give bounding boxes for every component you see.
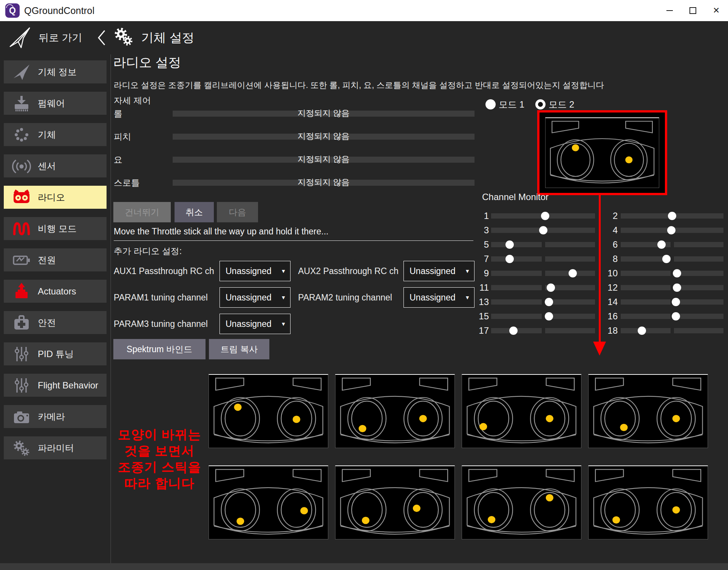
close-button[interactable]: ✕ — [705, 0, 728, 21]
attitude-row-2: 요지정되지 않음 — [114, 153, 475, 166]
tuning-icon — [12, 376, 32, 395]
attitude-channel-label: 롤 — [114, 108, 173, 120]
sidebar-item-flight-behavior[interactable]: Flight Behavior — [4, 374, 107, 397]
channel-16-bar — [621, 314, 723, 319]
field-dropdown[interactable]: Unassigned▼ — [403, 261, 475, 281]
sidebar-item-pid-tuning[interactable]: PID 튜닝 — [4, 342, 107, 365]
page-description: 라디오 설정은 조종기를 캘리브레이션에 사용됩니다. 또한 롤, 피치, 요,… — [114, 80, 604, 91]
attitude-channel-value: 지정되지 않음 — [173, 131, 475, 142]
dropdown-value: Unassigned — [226, 319, 281, 329]
sidebar-item-parameters[interactable]: 파라미터 — [4, 436, 107, 459]
channel-number: 14 — [602, 297, 618, 307]
channel-2-indicator — [668, 212, 676, 220]
channel-13-bar — [491, 299, 595, 305]
main-toolbar: 뒤로 가기 기체 설정 — [0, 21, 728, 54]
channel-15-bar — [491, 314, 595, 319]
attitude-channel-value: 지정되지 않음 — [173, 108, 475, 119]
sidebar-item-flight-modes[interactable]: 비행 모드 — [4, 217, 107, 240]
field-dropdown[interactable]: Unassigned▼ — [219, 261, 291, 281]
sidebar-item-label: 전원 — [38, 254, 56, 266]
transmitter-thumb-7 — [462, 465, 581, 539]
transmitter-image — [545, 117, 659, 188]
bottom-strip — [0, 563, 728, 570]
sidebar-item-safety[interactable]: 안전 — [4, 311, 107, 334]
channel-4-indicator — [667, 226, 675, 234]
sidebar-item-power[interactable]: 전원 — [4, 248, 107, 271]
chevron-left-icon — [97, 29, 107, 46]
radio-icon — [12, 188, 32, 207]
channel-number: 4 — [602, 225, 618, 236]
mode-2-label: 모드 2 — [549, 99, 574, 109]
channel-12-indicator — [673, 283, 681, 292]
channel-17-bar — [491, 328, 595, 333]
channel-number: 1 — [475, 211, 489, 221]
caret-down-icon: ▼ — [281, 294, 286, 300]
transmitter-thumb-6 — [335, 465, 455, 539]
sidebar-item-label: 센서 — [38, 160, 56, 172]
sidebar-item-camera[interactable]: 카메라 — [4, 405, 107, 428]
copy-trims-button[interactable]: 트림 복사 — [209, 339, 269, 359]
cancel-button[interactable]: 취소 — [175, 202, 214, 222]
paper-plane-icon[interactable] — [8, 26, 32, 49]
field-dropdown[interactable]: Unassigned▼ — [219, 314, 291, 334]
channel-5-indicator — [505, 240, 514, 249]
mode-1-radio[interactable] — [485, 99, 496, 109]
sidebar-item-radio[interactable]: 라디오 — [4, 186, 107, 209]
channel-10-indicator — [673, 269, 681, 277]
channel-monitor-title: Channel Monitor — [482, 192, 549, 202]
power-icon — [12, 251, 32, 270]
field-label: PARAM1 tuning channel — [114, 287, 219, 308]
sidebar-item-airframe[interactable]: 기체 — [4, 123, 107, 146]
qgroundcontrol-window: Q QGroundControl ✕ 뒤로 가기 기체 설정 기체 정보펌웨어기… — [0, 0, 728, 570]
channel-monitor-row: 1314 — [475, 295, 723, 309]
dropdown-value: Unassigned — [226, 266, 281, 276]
channel-monitor-row: 1718 — [475, 324, 723, 338]
field-label: AUX1 Passthrough RC ch — [114, 261, 219, 281]
channel-15-indicator — [545, 312, 553, 320]
next-button[interactable]: 다음 — [217, 202, 258, 222]
attitude-channel-label: 요 — [114, 154, 173, 166]
sidebar-item-label: PID 튜닝 — [38, 348, 74, 360]
attitude-heading: 자세 제어 — [114, 95, 151, 106]
sidebar-item-actuators[interactable]: Actuators — [4, 280, 107, 303]
channel-number: 5 — [475, 239, 489, 250]
skip-button[interactable]: 건너뛰기 — [113, 202, 171, 222]
window-controls: ✕ — [658, 0, 728, 21]
sidebar-item-label: 비행 모드 — [38, 223, 77, 235]
sidebar-item-label: 카메라 — [38, 411, 65, 423]
spektrum-bind-button[interactable]: Spektrum 바인드 — [113, 339, 206, 359]
firmware-icon — [12, 94, 32, 113]
sidebar-item-firmware[interactable]: 펌웨어 — [4, 92, 107, 115]
channel-number: 2 — [602, 211, 618, 221]
sidebar-item-vehicle-info[interactable]: 기체 정보 — [4, 60, 107, 83]
maximize-icon — [689, 7, 696, 14]
field-dropdown[interactable]: Unassigned▼ — [403, 287, 475, 308]
attitude-channel-label: 피치 — [114, 131, 173, 143]
sidebar-item-sensors[interactable]: 센서 — [4, 154, 107, 177]
channel-16-indicator — [672, 312, 680, 320]
channel-number: 17 — [475, 325, 489, 336]
plane-icon — [12, 63, 32, 82]
channel-18-bar — [621, 328, 723, 333]
attitude-channel-value: 지정되지 않음 — [173, 177, 475, 188]
minimize-button[interactable] — [658, 0, 681, 21]
attitude-row-3: 스로틀지정되지 않음 — [114, 176, 475, 189]
tuning-icon — [12, 345, 32, 364]
channel-monitor-row: 56 — [475, 237, 723, 252]
channel-18-indicator — [638, 327, 646, 335]
channel-5-bar — [491, 242, 595, 247]
channel-number: 12 — [602, 282, 618, 293]
channel-17-indicator — [509, 327, 518, 335]
app-title: QGroundControl — [24, 5, 94, 16]
channel-9-indicator — [569, 269, 577, 277]
mode-2-radio[interactable] — [535, 99, 546, 109]
channel-7-indicator — [505, 255, 514, 263]
channel-monitor-row: 78 — [475, 252, 723, 266]
field-dropdown[interactable]: Unassigned▼ — [219, 287, 291, 308]
back-button[interactable]: 뒤로 가기 — [39, 31, 82, 45]
sidebar-item-label: Flight Behavior — [38, 380, 98, 391]
channel-6-indicator — [657, 240, 666, 249]
channel-number: 10 — [602, 268, 618, 279]
maximize-button[interactable] — [681, 0, 705, 21]
channel-3-bar — [491, 228, 595, 233]
